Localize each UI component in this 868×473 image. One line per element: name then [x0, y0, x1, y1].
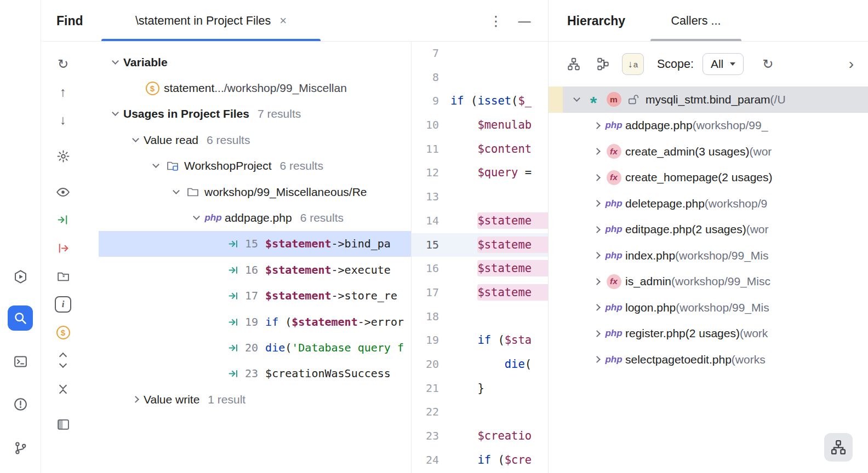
minimize-icon[interactable]: — [515, 0, 534, 42]
code-segment: ->execute [332, 263, 391, 276]
code-segment: } [477, 382, 484, 395]
code-segment: if [477, 453, 498, 466]
tab-find-query[interactable]: \statement in Project Files × [101, 0, 321, 42]
chevron-right-icon[interactable] [589, 191, 605, 217]
code-segment: $query [477, 166, 518, 179]
usage-count: (2 usages) [692, 223, 746, 236]
previous-occurrence-icon[interactable]: ↑ [51, 80, 75, 104]
chevron-right-icon[interactable] [589, 139, 605, 165]
result-count: 6 results [207, 134, 250, 147]
preview-icon[interactable] [51, 180, 75, 204]
node-label: index.php [625, 249, 675, 262]
rerun-search-icon[interactable]: ↻ [51, 52, 75, 76]
caller-index[interactable]: phpindex.php (workshop/99_Mis [549, 243, 868, 269]
code-line: $stateme [447, 281, 548, 305]
preview-layout-icon[interactable] [51, 412, 75, 436]
chevron-right-icon[interactable] [589, 243, 605, 269]
scope-select[interactable]: All [703, 53, 744, 75]
caller-addpage[interactable]: phpaddpage.php (workshop/99_ [549, 113, 868, 139]
result-count: 6 results [300, 211, 344, 224]
project-icon [164, 159, 181, 172]
node-path: (wor [746, 223, 769, 236]
caller-logon[interactable]: phplogon.php (workshop/99_Mis [549, 295, 868, 321]
chevron-right-icon[interactable] [589, 113, 605, 139]
code-segment: if [265, 315, 285, 328]
usage-snippet: if ($statement->error [265, 315, 404, 328]
caller-create-homepage[interactable]: fxcreate_homepage(2 usages) [549, 165, 868, 191]
next-occurrence-icon[interactable]: ↓ [51, 108, 75, 132]
close-icon[interactable]: × [279, 14, 287, 28]
show-info-icon[interactable]: i [51, 292, 75, 316]
gutter-line: 17 [412, 281, 447, 305]
chevron-right-icon[interactable] [589, 347, 605, 373]
pin-tab-icon[interactable] [51, 236, 75, 260]
refresh-icon[interactable]: ↻ [757, 53, 779, 75]
caller-editpage[interactable]: phpeditpage.php(2 usages) (wor [549, 217, 868, 243]
sort-alphabetically-icon[interactable]: ↓a [622, 53, 644, 75]
php-file-icon: php [605, 120, 623, 131]
expand-all-icon[interactable] [51, 348, 75, 372]
caller-deletepage[interactable]: phpdeletepage.php (workshop/9 [549, 191, 868, 217]
chevron-right-icon[interactable] [589, 321, 605, 347]
expand-toolbar-icon[interactable]: › [849, 55, 854, 73]
chevron-right-icon[interactable] [589, 217, 605, 243]
open-in-editor-icon[interactable] [51, 207, 75, 232]
variable-icon: $ [144, 82, 161, 95]
chevron-down-icon[interactable] [188, 205, 204, 230]
node-label: deletepage.php [625, 197, 705, 210]
node-label: is_admin [625, 275, 671, 288]
chevron-down-icon[interactable] [147, 153, 164, 179]
collapse-all-icon[interactable] [51, 377, 75, 401]
code-line: die( [447, 353, 548, 377]
find-toolbar: ↻↑↓*i$ [51, 42, 75, 473]
php-file-icon: php [605, 250, 623, 261]
terminal-icon[interactable] [8, 349, 33, 374]
caller-is-admin[interactable]: fxis_admin (workshop/99_Misc [549, 269, 868, 295]
more-options-icon[interactable]: ⋮ [486, 0, 506, 42]
hierarchy-root-method[interactable]: *mmysqli_stmt.bind_param (/U [549, 86, 868, 113]
chevron-right-icon[interactable] [127, 387, 144, 412]
callee-hierarchy-icon[interactable] [592, 53, 614, 75]
code-line: if ($sta [447, 328, 548, 353]
hierarchy-floating-button[interactable] [824, 433, 853, 462]
lock-open-icon [625, 94, 643, 106]
tree-label: Value read [144, 134, 198, 147]
code-line: $content [447, 137, 548, 161]
search-match: $stateme [477, 236, 548, 253]
caller-selectpagetoedit[interactable]: phpselectpagetoedit.php (works [549, 347, 868, 373]
services-icon[interactable] [8, 264, 33, 289]
editor-preview[interactable]: 789101112131415161718192021222324 if (is… [411, 42, 548, 473]
chevron-right-icon[interactable] [589, 165, 605, 191]
search-icon[interactable] [8, 305, 33, 331]
chevron-right-icon[interactable] [589, 269, 605, 295]
method-icon: m [605, 92, 623, 107]
chevron-down-icon[interactable] [127, 127, 144, 153]
chevron-right-icon[interactable] [589, 295, 605, 321]
filter-variables-icon[interactable]: $ [51, 320, 75, 344]
group-by-directory-icon[interactable]: * [51, 264, 75, 289]
chevron-spacer [208, 257, 225, 282]
chevron-down-icon[interactable] [107, 49, 123, 75]
result-count: 7 results [258, 107, 301, 120]
caller-register[interactable]: phpregister.php(2 usages) (work [549, 321, 868, 347]
caller-create-admin[interactable]: fxcreate_admin(3 usages) (wor [549, 139, 868, 165]
caller-hierarchy-icon[interactable] [563, 53, 585, 75]
php-file-icon: php [605, 224, 623, 235]
tab-callers[interactable]: Callers ... [650, 0, 741, 42]
code-line [447, 400, 548, 424]
problems-icon[interactable] [8, 391, 33, 417]
star-icon: * [585, 93, 602, 107]
code-line: $stateme [447, 233, 548, 257]
chevron-down-icon[interactable] [568, 86, 585, 113]
chevron-spacer [208, 334, 225, 360]
gutter-line: 9 [412, 89, 447, 113]
settings-icon[interactable] [51, 144, 75, 168]
code-segment: ->error [358, 315, 404, 328]
chevron-down-icon[interactable] [107, 101, 123, 127]
chevron-down-icon[interactable] [168, 179, 184, 205]
code-segment: die [505, 357, 525, 371]
chevron-spacer [208, 231, 225, 257]
gutter-line: 16 [412, 257, 447, 281]
version-control-icon[interactable] [8, 435, 33, 460]
code-segment: $statement [292, 315, 357, 328]
